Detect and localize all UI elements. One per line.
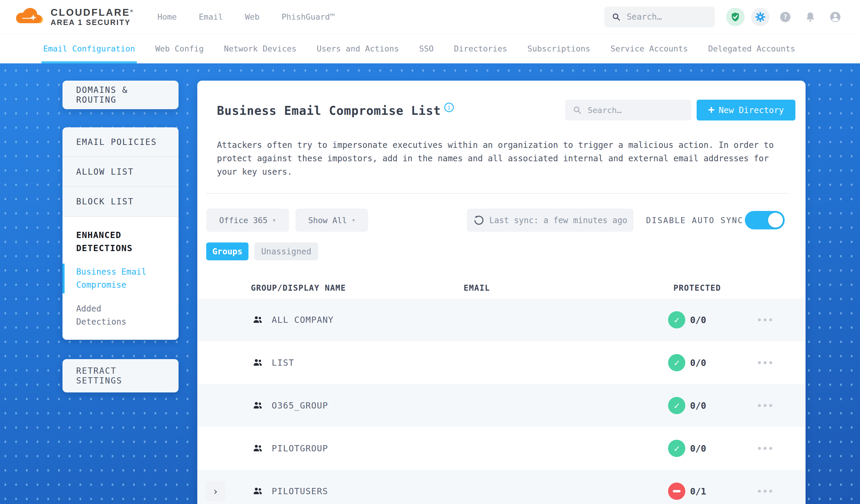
search-icon [612,13,621,21]
group-icon [252,314,263,326]
protected-count: 0/1 [690,486,706,496]
global-search-placeholder: Search… [627,12,662,22]
refresh-icon [473,215,484,226]
tab-web-config[interactable]: Web Config [155,34,204,63]
table-header: GROUP/DISPLAY NAME EMAIL PROTECTED [197,277,805,299]
logo-line1: CLOUDFLARE® [51,7,133,18]
expand-row-button[interactable]: › [206,481,225,501]
content-area: DOMAINS & ROUTING EMAIL POLICIES ALLOW L… [0,63,860,504]
tab-network-devices[interactable]: Network Devices [224,34,296,63]
section-tabbar: Email ConfigurationWeb ConfigNetwork Dev… [0,34,860,63]
protected-count: 0/0 [690,315,706,325]
row-actions-menu-icon[interactable] [758,361,772,364]
check-icon: ✓ [674,357,680,368]
row-actions-menu-icon[interactable] [758,490,772,493]
directory-select[interactable]: Office 365 ▾ [206,208,289,232]
table-row-pilotusers: › PILOTUSERS 0/1 [197,470,805,504]
row-actions-menu-icon[interactable] [758,318,772,321]
col-protected: PROTECTED [673,283,721,292]
sidebar: DOMAINS & ROUTING EMAIL POLICIES ALLOW L… [62,81,178,392]
protected-status-badge: ✓ [668,440,685,457]
settings-gear-icon[interactable] [751,8,770,26]
top-nav: Home Email Web PhishGuard™ [157,12,335,21]
sidebar-policies-card: EMAIL POLICIES ALLOW LIST BLOCK LIST ENH… [62,127,178,340]
page-description: Attackers often try to impersonate execu… [217,138,785,178]
sidebar-item-business-email-compromise[interactable]: Business Email Compromise [76,265,154,291]
table-row-all-company: › ALL COMPANY ✓ 0/0 [197,299,805,341]
row-actions-menu-icon[interactable] [758,404,772,407]
divider [206,193,788,194]
tab-unassigned[interactable]: Unassigned [255,243,318,260]
sidebar-item-domains-routing[interactable]: DOMAINS & ROUTING [62,81,178,109]
tab-delegated-accounts[interactable]: Delegated Accounts [708,34,796,63]
svg-text:?: ? [783,13,787,21]
table-row-pilotgroup: › PILOTGROUP ✓ 0/0 [197,427,805,470]
group-name: LIST [272,358,294,368]
logo-line2: AREA 1 SECURITY [51,18,133,27]
check-icon: ✓ [674,400,680,411]
sidebar-enhanced-detections-section: ENHANCED DETECTIONS Business Email Compr… [62,217,178,340]
auto-sync-toggle[interactable] [745,211,785,229]
group-name: ALL COMPANY [272,315,334,325]
shield-check-icon[interactable] [726,8,745,26]
show-filter-select[interactable]: Show All ▾ [296,208,368,232]
group-name: O365_GROUP [272,401,328,411]
group-icon [252,443,263,454]
chevron-down-icon: ▾ [352,217,356,224]
group-name: PILOTUSERS [272,486,328,496]
list-search-placeholder: Search… [588,106,622,115]
protected-count: 0/0 [690,401,706,411]
groups-table: GROUP/DISPLAY NAME EMAIL PROTECTED › ALL… [197,277,805,504]
row-actions-menu-icon[interactable] [758,447,772,450]
sidebar-item-enhanced-detections[interactable]: ENHANCED DETECTIONS [76,229,157,255]
sidebar-item-block-list[interactable]: BLOCK LIST [62,187,178,217]
info-icon[interactable]: i [444,103,454,112]
tab-directories[interactable]: Directories [454,34,507,63]
protected-status-badge: ✓ [668,354,685,371]
list-search-input[interactable]: Search… [565,100,691,120]
global-search-input[interactable]: Search… [604,6,715,27]
account-user-icon[interactable] [826,8,845,26]
protected-count: 0/0 [690,358,706,368]
tab-subscriptions[interactable]: Subscriptions [527,34,590,63]
protected-status-badge: ✓ [668,311,685,329]
last-sync-status: Last sync: a few minutes ago [467,208,633,232]
header-icons: ? [726,8,845,26]
help-icon[interactable]: ? [776,8,794,26]
sidebar-item-email-policies[interactable]: EMAIL POLICIES [62,127,178,157]
main-panel: Business Email Compromise Listi Search… … [197,81,805,504]
new-directory-button[interactable]: + New Directory [697,100,796,120]
registered-mark: ® [130,9,133,13]
tab-service-accounts[interactable]: Service Accounts [611,34,688,63]
tab-email-configuration[interactable]: Email Configuration [43,34,135,63]
nav-home[interactable]: Home [157,12,177,21]
group-icon [252,486,263,497]
tab-groups[interactable]: Groups [206,243,248,260]
nav-phishguard[interactable]: PhishGuard™ [282,12,335,21]
tab-sso[interactable]: SSO [419,34,434,63]
nav-email[interactable]: Email [199,12,223,21]
protected-status-badge: ✓ [668,397,685,414]
minus-icon [673,490,680,492]
app-header: CLOUDFLARE® AREA 1 SECURITY Home Email W… [0,0,860,34]
view-tabs: Groups Unassigned [197,243,805,260]
col-group-display-name: GROUP/DISPLAY NAME [251,283,346,292]
col-email: EMAIL [464,283,490,292]
tab-users-and-actions[interactable]: Users and Actions [317,34,399,63]
page-title: Business Email Compromise Listi [217,103,454,117]
cloudflare-cloud-icon [15,7,46,27]
protected-status-badge [668,483,685,500]
sidebar-item-added-detections[interactable]: Added Detections [76,302,154,329]
table-row-o365-group: › O365_GROUP ✓ 0/0 [197,384,805,427]
check-icon: ✓ [674,443,680,454]
domains-routing-label: DOMAINS & ROUTING [76,85,165,105]
sidebar-item-retract-settings[interactable]: RETRACT SETTINGS [62,359,178,392]
notifications-bell-icon[interactable] [801,8,819,26]
group-icon [252,400,263,411]
check-icon: ✓ [674,315,680,325]
nav-web[interactable]: Web [245,12,259,21]
group-icon [252,357,263,368]
search-icon [573,106,582,115]
sidebar-item-allow-list[interactable]: ALLOW LIST [62,157,178,187]
toggle-knob [768,213,783,228]
